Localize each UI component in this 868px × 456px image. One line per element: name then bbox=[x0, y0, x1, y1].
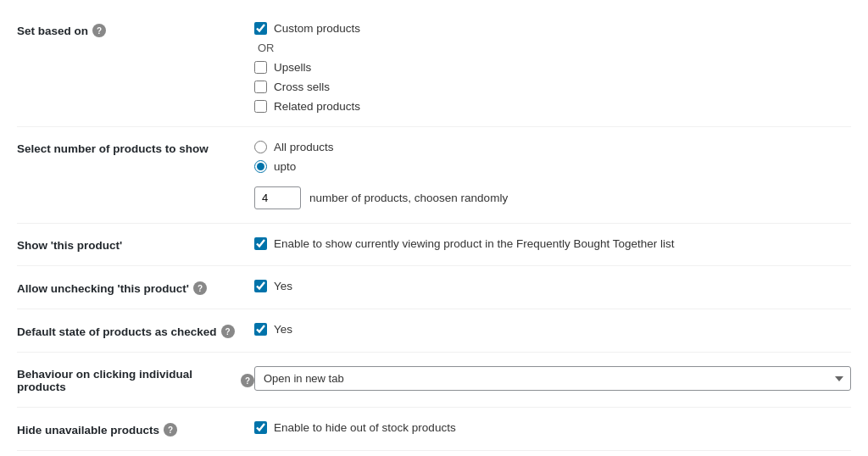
show-this-product-checkbox[interactable] bbox=[254, 237, 267, 250]
related-products-checkbox[interactable] bbox=[254, 100, 267, 113]
related-products-option: Related products bbox=[254, 100, 851, 113]
hide-unavailable-option: Enable to hide out of stock products bbox=[254, 421, 851, 434]
select-number-label: Select number of products to show bbox=[17, 141, 254, 155]
hide-unavailable-label: Hide unavailable products ? bbox=[17, 421, 254, 437]
upto-radio-option: upto bbox=[254, 160, 851, 173]
set-based-on-row: Set based on ? Custom products OR Upsell… bbox=[17, 8, 851, 127]
custom-products-option: Custom products bbox=[254, 22, 851, 35]
upsells-checkbox[interactable] bbox=[254, 61, 267, 74]
hide-unavailable-checkbox[interactable] bbox=[254, 421, 267, 434]
allow-unchecking-option: Yes bbox=[254, 280, 851, 292]
custom-products-checkbox[interactable] bbox=[254, 22, 267, 35]
allow-unchecking-row: Allow unchecking 'this product' ? Yes bbox=[17, 266, 851, 309]
behaviour-clicking-row: Behaviour on clicking individual product… bbox=[17, 353, 851, 408]
default-state-content: Yes bbox=[254, 323, 851, 336]
all-products-radio-label: All products bbox=[274, 141, 334, 153]
allow-unchecking-help-icon[interactable]: ? bbox=[193, 281, 207, 295]
set-based-on-content: Custom products OR Upsells Cross sells R… bbox=[254, 22, 851, 113]
cross-sells-checkbox[interactable] bbox=[254, 81, 267, 93]
select-number-content: All products upto 4 number of products, … bbox=[254, 141, 851, 209]
hide-unavailable-row: Hide unavailable products ? Enable to hi… bbox=[17, 408, 851, 451]
cross-sells-label: Cross sells bbox=[274, 81, 330, 93]
custom-products-label: Custom products bbox=[274, 22, 360, 35]
upto-radio-label: upto bbox=[274, 160, 296, 173]
related-products-label: Related products bbox=[274, 100, 360, 113]
allow-unchecking-yes-label: Yes bbox=[274, 280, 292, 292]
show-this-product-label: Show 'this product' bbox=[17, 237, 254, 252]
default-state-row: Default state of products as checked ? Y… bbox=[17, 309, 851, 353]
number-input-suffix: number of products, choosen randomly bbox=[309, 192, 508, 204]
all-products-radio[interactable] bbox=[254, 141, 267, 153]
upsells-option: Upsells bbox=[254, 61, 851, 74]
cross-sells-option: Cross sells bbox=[254, 81, 851, 93]
hide-unavailable-content: Enable to hide out of stock products bbox=[254, 421, 851, 434]
behaviour-clicking-label: Behaviour on clicking individual product… bbox=[17, 366, 254, 393]
show-this-product-enable-label: Enable to show currently viewing product… bbox=[274, 237, 675, 250]
hide-unavailable-help-icon[interactable]: ? bbox=[164, 423, 177, 437]
allow-unchecking-checkbox[interactable] bbox=[254, 280, 267, 292]
default-state-checkbox[interactable] bbox=[254, 323, 267, 336]
behaviour-clicking-help-icon[interactable]: ? bbox=[241, 374, 254, 387]
or-text: OR bbox=[254, 42, 851, 54]
allow-unchecking-content: Yes bbox=[254, 280, 851, 292]
set-based-on-label: Set based on ? bbox=[17, 22, 254, 37]
show-this-product-option: Enable to show currently viewing product… bbox=[254, 237, 851, 250]
all-products-radio-option: All products bbox=[254, 141, 851, 153]
upsells-label: Upsells bbox=[274, 61, 311, 74]
number-input[interactable]: 4 bbox=[254, 186, 301, 209]
settings-container: Set based on ? Custom products OR Upsell… bbox=[0, 0, 868, 456]
behaviour-clicking-dropdown[interactable]: Open in new tab Open in same tab bbox=[254, 366, 851, 391]
show-this-product-content: Enable to show currently viewing product… bbox=[254, 237, 851, 250]
number-input-row: 4 number of products, choosen randomly bbox=[254, 186, 851, 209]
behaviour-clicking-content: Open in new tab Open in same tab bbox=[254, 366, 851, 391]
allow-unchecking-label: Allow unchecking 'this product' ? bbox=[17, 280, 254, 295]
upto-radio[interactable] bbox=[254, 160, 267, 173]
select-number-row: Select number of products to show All pr… bbox=[17, 127, 851, 224]
show-this-product-row: Show 'this product' Enable to show curre… bbox=[17, 224, 851, 266]
default-state-option: Yes bbox=[254, 323, 851, 336]
set-based-on-help-icon[interactable]: ? bbox=[92, 24, 106, 37]
default-state-yes-label: Yes bbox=[274, 323, 292, 336]
hide-unavailable-enable-label: Enable to hide out of stock products bbox=[274, 421, 456, 434]
default-state-help-icon[interactable]: ? bbox=[221, 325, 235, 338]
default-state-label: Default state of products as checked ? bbox=[17, 323, 254, 338]
